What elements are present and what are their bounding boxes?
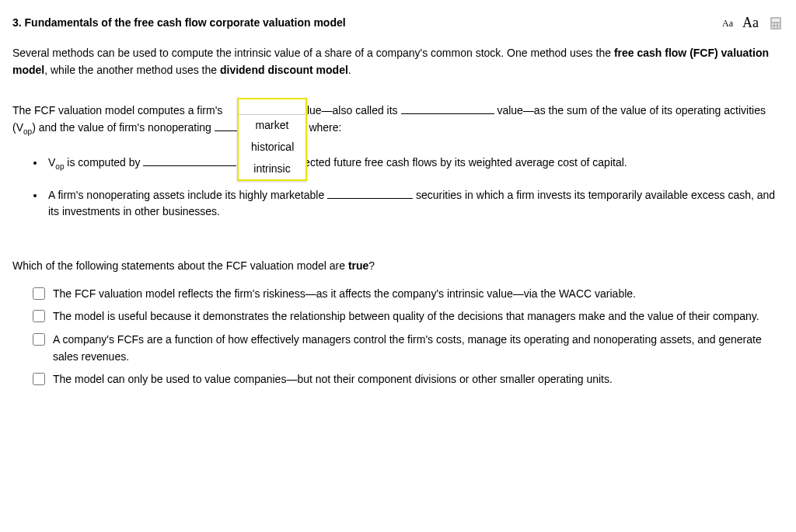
- intro-text-3: .: [348, 64, 351, 76]
- dropdown-option-intrinsic[interactable]: intrinsic: [239, 158, 305, 180]
- bullet-item-2: A firm's nonoperating assets include its…: [45, 187, 784, 221]
- checkbox-4[interactable]: [33, 373, 45, 385]
- svg-rect-4: [778, 23, 780, 25]
- q2-bold: true: [348, 259, 368, 272]
- intro-paragraph: Several methods can be used to compute t…: [12, 45, 784, 78]
- blank-2[interactable]: [401, 103, 494, 114]
- question-header: 3. Fundamentals of the free cash flow co…: [12, 12, 784, 34]
- check-option-2[interactable]: The model is useful because it demonstra…: [33, 308, 784, 325]
- q2-post: ?: [368, 259, 375, 272]
- b1-b: is computed by: [64, 156, 143, 169]
- svg-rect-3: [775, 23, 777, 25]
- q2-pre: Which of the following statements about …: [12, 259, 348, 272]
- dropdown-selected-blank[interactable]: [239, 99, 305, 115]
- checkbox-3[interactable]: [33, 333, 45, 346]
- svg-rect-6: [775, 26, 777, 28]
- intro-bold-2: dividend discount model: [220, 64, 348, 76]
- bullet-list: Vop is computed by the firm's expected f…: [12, 155, 784, 221]
- option-text-2: The model is useful because it demonstra…: [53, 308, 784, 325]
- vop-sub: op: [23, 127, 32, 136]
- dropdown-option-historical[interactable]: historical: [239, 137, 305, 158]
- para-seg3b: ) and the value of firm's nonoperating: [32, 121, 215, 134]
- check-option-4[interactable]: The model can only be used to value comp…: [33, 371, 784, 388]
- option-text-1: The FCF valuation model reflects the fir…: [53, 286, 784, 303]
- checkbox-1[interactable]: [33, 287, 45, 300]
- calculator-icon[interactable]: [768, 16, 784, 31]
- toolbar: Aa Aa: [722, 12, 784, 34]
- font-size-small[interactable]: Aa: [722, 16, 733, 31]
- checkbox-list: The FCF valuation model reflects the fir…: [12, 286, 784, 388]
- question-title: 3. Fundamentals of the free cash flow co…: [12, 15, 346, 32]
- dropdown-open[interactable]: market historical intrinsic: [237, 98, 307, 181]
- checkbox-2[interactable]: [33, 310, 45, 322]
- blank-4[interactable]: [143, 155, 236, 166]
- svg-rect-7: [778, 26, 780, 28]
- svg-rect-2: [772, 23, 773, 25]
- b1-sub: op: [55, 162, 64, 171]
- para-seg2: value—also called its: [292, 104, 400, 116]
- svg-rect-1: [772, 19, 780, 22]
- b2-a: A firm's nonoperating assets include its…: [48, 189, 327, 201]
- option-text-4: The model can only be used to value comp…: [53, 371, 784, 388]
- para-seg1: The FCF valuation model computes a firm'…: [12, 104, 225, 116]
- check-option-1[interactable]: The FCF valuation model reflects the fir…: [33, 286, 784, 303]
- question-2-prompt: Which of the following statements about …: [12, 258, 784, 275]
- fill-in-paragraph: The FCF valuation model computes a firm'…: [12, 102, 784, 221]
- bullet-item-1: Vop is computed by the firm's expected f…: [45, 155, 784, 172]
- check-option-3[interactable]: A company's FCFs are a function of how e…: [33, 332, 784, 365]
- intro-text-2: , while the another method uses the: [44, 64, 220, 76]
- intro-text-1: Several methods can be used to compute t…: [12, 47, 614, 59]
- blank-5[interactable]: [327, 188, 413, 199]
- b1-a: V: [48, 156, 55, 169]
- svg-rect-5: [772, 26, 773, 28]
- option-text-3: A company's FCFs are a function of how e…: [53, 332, 784, 365]
- font-size-large[interactable]: Aa: [742, 12, 759, 34]
- dropdown-option-market[interactable]: market: [239, 115, 305, 137]
